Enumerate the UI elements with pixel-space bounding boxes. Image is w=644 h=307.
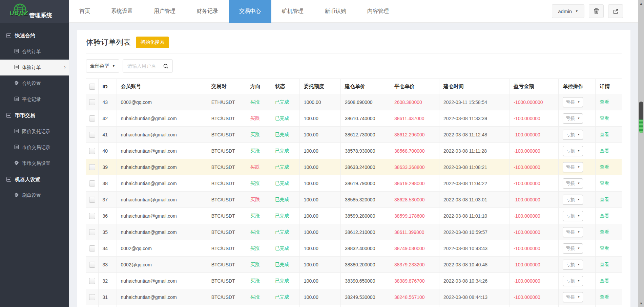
table-row: 32nuhaichuntian@gmail.comBTC/USDT买涨已完成10… [86, 273, 622, 289]
gear-icon [14, 193, 19, 198]
nav-item-7[interactable]: 新币认购 [314, 0, 357, 23]
cell-account: nuhaichuntian@gmail.com [117, 127, 207, 143]
scrollbar-thumb[interactable] [639, 102, 643, 133]
row-checkbox[interactable] [89, 99, 95, 105]
sidebar-item[interactable]: 限价委托记录› [0, 124, 69, 139]
caret-down-icon: ▼ [577, 198, 580, 201]
sidebar-item[interactable]: 体验订单› [0, 60, 69, 75]
cell-close-price: 38628.530000 [390, 192, 439, 208]
row-checkbox[interactable] [89, 148, 95, 154]
detail-link[interactable]: 查看 [600, 115, 609, 121]
cell-close-price: 38611.437000 [390, 110, 439, 127]
sidebar-item[interactable]: 刷单设置› [0, 188, 69, 203]
page-title: 体验订单列表 [86, 37, 131, 47]
control-select[interactable]: 亏损▼ [563, 243, 583, 254]
row-checkbox[interactable] [89, 115, 95, 122]
control-select[interactable]: 亏损▼ [563, 146, 583, 156]
init-search-button[interactable]: 初始化搜索 [136, 37, 169, 48]
sidebar-section-3[interactable]: 机器人设置 [0, 171, 69, 188]
cell-detail: 查看 [596, 208, 622, 224]
scroll-up-arrow-icon[interactable]: ▲ [638, 2, 644, 5]
nav-item-2[interactable]: 系统设置 [101, 0, 143, 23]
row-checkbox[interactable] [89, 294, 95, 300]
control-select[interactable]: 亏损▼ [563, 178, 583, 189]
type-select[interactable]: 全部类型 ▼ [86, 59, 119, 73]
control-select[interactable]: 亏损▼ [563, 276, 583, 286]
cell-status: 已完成 [271, 240, 299, 257]
control-select-value: 亏损 [566, 262, 575, 268]
row-checkbox[interactable] [89, 278, 95, 284]
cell-status: 已完成 [271, 143, 299, 159]
detail-link[interactable]: 查看 [600, 213, 609, 218]
sidebar-section-2[interactable]: 币币交易 [0, 107, 69, 124]
logout-button[interactable] [608, 4, 623, 18]
cell-detail: 查看 [596, 143, 622, 159]
cell-open-price: 38249.530000 [340, 289, 390, 305]
nav-item-8[interactable]: 内容管理 [357, 0, 399, 23]
cell-account: nuhaichuntian@gmail.com [117, 159, 207, 175]
detail-link[interactable]: 查看 [600, 294, 609, 300]
scroll-down-arrow-icon[interactable]: ▼ [638, 302, 644, 305]
cell-pair: BTC/USDT [207, 208, 246, 224]
sidebar-item[interactable]: 合约设置› [0, 75, 69, 91]
row-checkbox[interactable] [89, 180, 95, 187]
search-icon[interactable] [163, 63, 169, 69]
control-select[interactable]: 亏损▼ [563, 211, 583, 221]
sidebar-section-1[interactable]: 快速合约 [0, 27, 69, 44]
row-checkbox-cell [86, 224, 98, 240]
control-select[interactable]: 亏损▼ [563, 260, 583, 270]
row-checkbox[interactable] [89, 132, 95, 138]
cell-account: nuhaichuntian@gmail.com [117, 175, 207, 192]
cell-open-price: 38599.280000 [340, 208, 390, 224]
control-select[interactable]: 亏损▼ [563, 113, 583, 124]
control-select[interactable]: 亏损▼ [563, 227, 583, 237]
select-all-checkbox[interactable] [89, 84, 95, 90]
cell-id: 31 [98, 289, 117, 305]
column-header-4: 方向 [246, 79, 271, 94]
cell-open-price: 38612.730000 [340, 127, 390, 143]
control-select[interactable]: 亏损▼ [563, 162, 583, 172]
nav-item-6[interactable]: 矿机管理 [271, 0, 314, 23]
nav-item-1[interactable]: 首页 [69, 0, 101, 23]
control-select[interactable]: 亏损▼ [563, 195, 583, 205]
vertical-scrollbar[interactable]: ▲ ▼ [638, 0, 644, 307]
nav-item-4[interactable]: 财务记录 [186, 0, 229, 23]
cell-amount: 100.00 [299, 159, 340, 175]
control-select[interactable]: 亏损▼ [563, 97, 583, 107]
detail-link[interactable]: 查看 [600, 278, 609, 283]
admin-dropdown[interactable]: admin ▼ [552, 4, 584, 18]
sidebar-item[interactable]: 市价交易记录› [0, 139, 69, 155]
row-checkbox[interactable] [89, 262, 95, 268]
detail-link[interactable]: 查看 [600, 132, 609, 137]
detail-link[interactable]: 查看 [600, 197, 609, 202]
row-checkbox-cell [86, 289, 98, 305]
username-input[interactable] [127, 63, 161, 69]
cell-direction: 买涨 [246, 127, 271, 143]
sidebar-item[interactable]: 币币交易设置› [0, 155, 69, 171]
cell-account: nuhaichuntian@gmail.com [117, 289, 207, 305]
trash-button[interactable] [589, 4, 604, 18]
cell-id: 30 [98, 305, 117, 307]
detail-link[interactable]: 查看 [600, 262, 609, 267]
row-checkbox[interactable] [89, 213, 95, 219]
control-select[interactable]: 亏损▼ [563, 292, 583, 302]
row-checkbox[interactable] [89, 229, 95, 235]
control-select[interactable]: 亏损▼ [563, 130, 583, 140]
cell-open-price: 38610.740000 [340, 110, 390, 127]
cell-pnl: -100.000000 [510, 224, 559, 240]
nav-item-3[interactable]: 用户管理 [143, 0, 186, 23]
detail-link[interactable]: 查看 [600, 180, 609, 186]
detail-link[interactable]: 查看 [600, 99, 609, 105]
cell-open-price: 38633.240000 [340, 159, 390, 175]
detail-link[interactable]: 查看 [600, 229, 609, 235]
row-checkbox[interactable] [89, 164, 95, 170]
sidebar-item[interactable]: 平仓记录› [0, 91, 69, 107]
detail-link[interactable]: 查看 [600, 245, 609, 251]
sidebar-item-label: 合约订单 [22, 49, 41, 55]
sidebar-item[interactable]: 合约订单› [0, 44, 69, 60]
detail-link[interactable]: 查看 [600, 164, 609, 170]
row-checkbox[interactable] [89, 197, 95, 203]
detail-link[interactable]: 查看 [600, 148, 609, 153]
row-checkbox[interactable] [89, 245, 95, 251]
nav-item-5[interactable]: 交易中心 [229, 0, 271, 23]
